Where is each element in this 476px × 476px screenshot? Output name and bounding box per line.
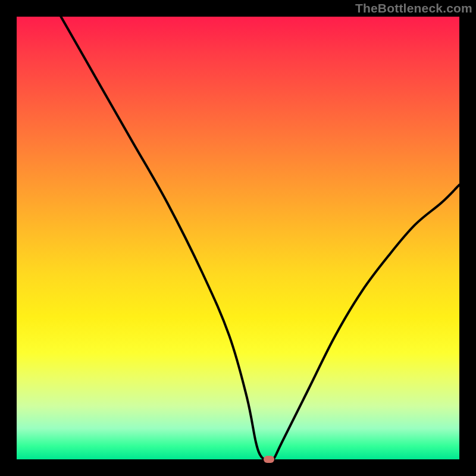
optimal-marker [264, 456, 274, 463]
chart-frame: TheBottleneck.com [0, 0, 476, 476]
watermark-text: TheBottleneck.com [355, 1, 472, 15]
chart-plot-area [17, 17, 459, 459]
bottleneck-curve [17, 17, 459, 459]
